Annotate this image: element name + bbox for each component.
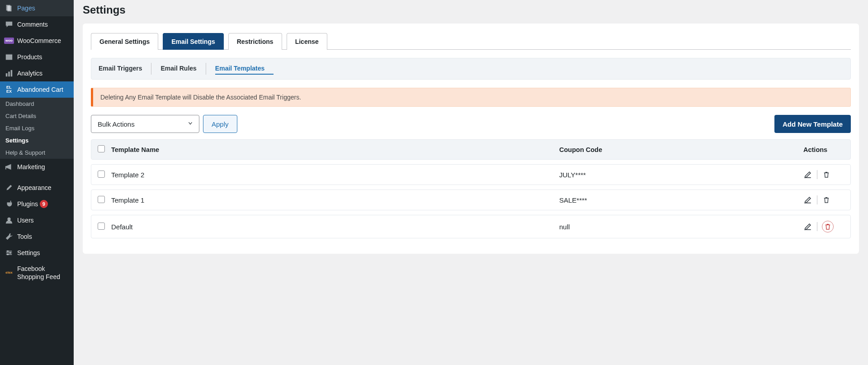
sidebar-item-analytics[interactable]: Analytics <box>0 65 74 81</box>
tab-license[interactable]: License <box>287 33 327 50</box>
sidebar-item-label: Analytics <box>17 69 42 77</box>
sidebar-sub-dashboard[interactable]: Dashboard <box>0 98 74 110</box>
sidebar-item-marketing[interactable]: Marketing <box>0 159 74 175</box>
warning-message: Deleting Any Email Template will Disable… <box>91 88 851 107</box>
apply-button[interactable]: Apply <box>203 115 237 133</box>
chevron-down-icon <box>187 120 193 128</box>
delete-icon[interactable] <box>822 221 834 232</box>
tab-email[interactable]: Email Settings <box>163 33 223 50</box>
row-coupon: JULY**** <box>559 171 803 179</box>
settings-card: General Settings Email Settings Restrict… <box>83 24 859 254</box>
sidebar-item-label: Plugins <box>17 200 38 208</box>
svg-rect-2 <box>6 55 12 60</box>
subtab-triggers[interactable]: Email Triggers <box>99 63 151 75</box>
elex-icon: ELEX <box>5 85 14 94</box>
edit-icon[interactable] <box>803 170 812 179</box>
svg-point-13 <box>7 254 9 256</box>
sidebar-item-products[interactable]: Products <box>0 49 74 65</box>
svg-rect-3 <box>6 54 12 56</box>
sidebar-item-users[interactable]: Users <box>0 212 74 228</box>
bulk-actions-value: Bulk Actions <box>98 120 135 128</box>
sidebar-item-abandoned-cart[interactable]: ELEX Abandoned Cart <box>0 81 74 98</box>
sidebar-item-comments[interactable]: Comments <box>0 16 74 33</box>
row-checkbox[interactable] <box>98 223 105 230</box>
sidebar-item-label: Facebook Shopping Feed <box>17 265 69 281</box>
tab-restrictions[interactable]: Restrictions <box>228 33 282 50</box>
svg-rect-6 <box>11 70 13 76</box>
sidebar-item-woocommerce[interactable]: woo WooCommerce <box>0 33 74 49</box>
marketing-icon <box>5 162 14 171</box>
sidebar-item-label: Marketing <box>17 163 45 171</box>
tools-icon <box>5 232 14 241</box>
sidebar-sub-help[interactable]: Help & Support <box>0 147 74 159</box>
admin-sidebar: Pages Comments woo WooCommerce Products … <box>0 0 74 365</box>
subtab-templates[interactable]: Email Templates <box>215 63 274 75</box>
subtabs: Email Triggers Email Rules Email Templat… <box>91 58 851 80</box>
row-name: Template 2 <box>111 171 559 179</box>
row-name: Default <box>111 223 559 231</box>
products-icon <box>5 52 14 62</box>
sidebar-item-label: Products <box>17 53 42 61</box>
sidebar-item-facebook-feed[interactable]: elex Facebook Shopping Feed <box>0 261 74 284</box>
pages-icon <box>5 4 14 13</box>
sidebar-sub-settings[interactable]: Settings <box>0 134 74 147</box>
tab-general[interactable]: General Settings <box>91 33 158 50</box>
analytics-icon <box>5 69 14 78</box>
svg-rect-1 <box>7 6 11 12</box>
settings-icon <box>5 248 14 257</box>
sidebar-item-label: Appearance <box>17 184 52 192</box>
plugins-icon <box>5 199 14 209</box>
add-template-button[interactable]: Add New Template <box>774 115 851 133</box>
sidebar-item-label: Settings <box>17 249 40 257</box>
comments-icon <box>5 20 14 29</box>
sidebar-item-label: Users <box>17 216 34 224</box>
page-title: Settings <box>83 4 859 16</box>
svg-point-12 <box>9 252 11 254</box>
sidebar-item-tools[interactable]: Tools <box>0 228 74 245</box>
svg-point-7 <box>7 218 10 221</box>
sidebar-item-label: Pages <box>17 4 35 12</box>
edit-icon[interactable] <box>803 222 812 231</box>
sidebar-sub-email-logs[interactable]: Email Logs <box>0 122 74 134</box>
action-divider <box>817 222 817 231</box>
edit-icon[interactable] <box>803 195 812 204</box>
delete-icon[interactable] <box>822 170 831 179</box>
table-header: Template Name Coupon Code Actions <box>91 139 851 160</box>
elex-small-icon: elex <box>5 268 14 277</box>
delete-icon[interactable] <box>822 195 831 204</box>
appearance-icon <box>5 183 14 192</box>
header-actions: Actions <box>803 146 844 153</box>
sidebar-item-pages[interactable]: Pages <box>0 0 74 16</box>
bulk-actions-select[interactable]: Bulk Actions <box>91 115 199 133</box>
row-checkbox[interactable] <box>98 196 105 203</box>
svg-rect-4 <box>6 73 8 76</box>
action-divider <box>817 170 817 179</box>
row-name: Template 1 <box>111 196 559 204</box>
tabs: General Settings Email Settings Restrict… <box>91 33 851 50</box>
row-coupon: null <box>559 223 803 231</box>
header-name: Template Name <box>111 146 559 153</box>
sidebar-item-label: Abandoned Cart <box>17 85 63 94</box>
action-divider <box>817 195 817 204</box>
sidebar-item-settings[interactable]: Settings <box>0 245 74 261</box>
table-row: Template 1 SALE**** <box>91 190 851 210</box>
select-all-checkbox[interactable] <box>98 145 105 152</box>
sidebar-item-label: Tools <box>17 232 32 241</box>
plugins-badge: 9 <box>40 200 48 208</box>
sidebar-item-appearance[interactable]: Appearance <box>0 180 74 196</box>
sidebar-item-label: WooCommerce <box>17 37 61 45</box>
subtab-rules[interactable]: Email Rules <box>160 63 206 75</box>
woocommerce-icon: woo <box>5 36 14 45</box>
main-content: Settings General Settings Email Settings… <box>74 0 868 365</box>
sidebar-item-label: Comments <box>17 20 48 28</box>
sidebar-item-plugins[interactable]: Plugins 9 <box>0 196 74 212</box>
table-row: Template 2 JULY**** <box>91 164 851 185</box>
svg-rect-5 <box>8 71 10 76</box>
table-row: Default null <box>91 215 851 238</box>
row-coupon: SALE**** <box>559 196 803 204</box>
sidebar-sub-cart-details[interactable]: Cart Details <box>0 110 74 122</box>
row-checkbox[interactable] <box>98 171 105 178</box>
header-coupon: Coupon Code <box>559 146 803 153</box>
svg-point-11 <box>7 251 9 252</box>
users-icon <box>5 216 14 225</box>
